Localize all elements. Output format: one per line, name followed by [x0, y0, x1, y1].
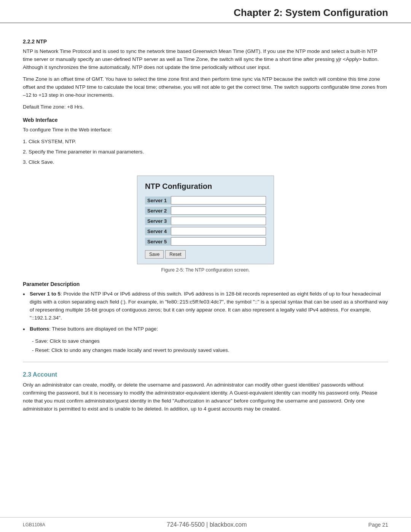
content-area: 2.2.2 NTP NTP is Network Time Protocol a… — [0, 23, 411, 440]
bullet-item-servers: • Server 1 to 5: Provide the NTP IPv4 or… — [23, 290, 388, 322]
server-row-3: Server 3 — [145, 217, 266, 225]
bullet-item-buttons: • Buttons: These buttons are displayed o… — [23, 325, 388, 334]
bullet-bold-servers: Server 1 to 5 — [30, 291, 61, 297]
web-interface-heading: Web Interface — [23, 117, 388, 123]
footer-right: Page 21 — [368, 522, 388, 528]
section-separator — [23, 362, 388, 362]
page-container: Chapter 2: System Configuration 2.2.2 NT… — [0, 0, 411, 532]
bullet-bold-buttons: Buttons — [30, 326, 49, 332]
server5-input[interactable] — [171, 237, 266, 246]
server2-input[interactable] — [171, 206, 266, 215]
ntp-para1: NTP is Network Time Protocol and is used… — [23, 48, 388, 72]
sub-bullet-save: - Save: Click to save changes — [32, 337, 388, 345]
bullet-dot-2: • — [23, 325, 30, 334]
chapter-title: Chapter 2: System Configuration — [234, 7, 388, 18]
ntp-config-wrapper: NTP Configuration Server 1 Server 2 Serv… — [23, 176, 388, 275]
step-3: 3. Click Save. — [23, 158, 388, 166]
step-2: 2. Specify the Time parameter in manual … — [23, 148, 388, 156]
server3-label: Server 3 — [145, 217, 171, 225]
page-footer: LGB1108A 724-746-5500 | blackbox.com Pag… — [0, 517, 411, 532]
footer-left: LGB1108A — [23, 522, 45, 527]
save-button[interactable]: Save — [145, 250, 164, 259]
bullet-text-servers-rest: : Provide the NTP IPv4 or IPv6 address o… — [30, 291, 388, 321]
server-row-2: Server 2 — [145, 206, 266, 215]
server1-label: Server 1 — [145, 197, 171, 204]
server3-input[interactable] — [171, 217, 266, 225]
ntp-config-title: NTP Configuration — [145, 182, 266, 191]
chapter-header: Chapter 2: System Configuration — [0, 0, 411, 23]
server5-label: Server 5 — [145, 238, 171, 246]
ntp-section-heading: 2.2.2 NTP — [23, 38, 388, 45]
web-interface-intro: To configure Time in the Web interface: — [23, 126, 388, 134]
account-para: Only an administrator can create, modify… — [23, 381, 388, 413]
ntp-config-box: NTP Configuration Server 1 Server 2 Serv… — [137, 176, 274, 264]
server-row-1: Server 1 — [145, 196, 266, 204]
server1-input[interactable] — [171, 196, 266, 204]
server-row-5: Server 5 — [145, 237, 266, 246]
ntp-default-time-zone: Default Time zone: +8 Hrs. — [23, 103, 388, 111]
server-row-4: Server 4 — [145, 227, 266, 235]
step-1: 1. Click SYSTEM, NTP. — [23, 138, 388, 146]
server2-label: Server 2 — [145, 207, 171, 215]
bullet-text-servers: Server 1 to 5: Provide the NTP IPv4 or I… — [30, 290, 388, 322]
sub-bullet-reset: - Reset: Click to undo any changes made … — [32, 347, 388, 355]
bullet-dot-1: • — [23, 290, 30, 299]
account-section-heading: 2.3 Account — [23, 371, 388, 378]
figure-caption: Figure 2-5: The NTP configuration screen… — [161, 267, 250, 273]
server4-label: Server 4 — [145, 227, 171, 235]
bullet-text-buttons-rest: : These buttons are displayed on the NTP… — [49, 326, 158, 332]
server4-input[interactable] — [171, 227, 266, 235]
reset-button[interactable]: Reset — [165, 250, 185, 259]
ntp-buttons: Save Reset — [145, 250, 266, 259]
bullet-section: • Server 1 to 5: Provide the NTP IPv4 or… — [23, 290, 388, 354]
param-desc-heading: Parameter Description — [23, 281, 388, 287]
ntp-para2: Time Zone is an offset time of GMT. You … — [23, 75, 388, 99]
footer-center: 724-746-5500 | blackbox.com — [167, 521, 247, 528]
bullet-text-buttons: Buttons: These buttons are displayed on … — [30, 325, 158, 333]
